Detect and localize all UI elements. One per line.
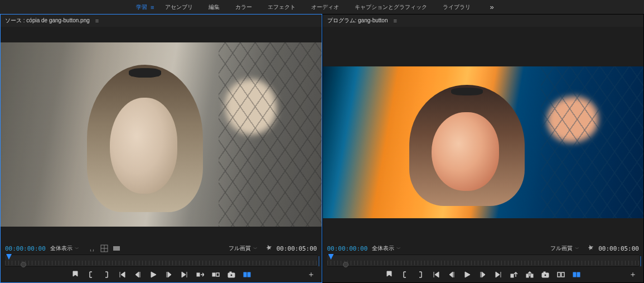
- source-playhead-timecode[interactable]: 00:00:00:00: [5, 245, 46, 252]
- source-video-viewport[interactable]: [1, 27, 322, 242]
- tab-effects[interactable]: エフェクト: [260, 0, 303, 14]
- grid-icon[interactable]: [100, 244, 108, 252]
- mark-in-button[interactable]: [86, 270, 95, 279]
- mark-out-button[interactable]: [416, 270, 425, 279]
- program-playhead[interactable]: [328, 254, 334, 260]
- svg-rect-4: [197, 273, 200, 276]
- step-back-button[interactable]: [133, 270, 142, 279]
- source-zoom-dropdown[interactable]: 全体表示 ﹀: [50, 244, 79, 252]
- tab-editing[interactable]: 編集: [201, 0, 227, 14]
- export-frame-button[interactable]: [541, 270, 550, 279]
- button-editor-add[interactable]: ＋: [307, 270, 315, 280]
- step-back-button[interactable]: [447, 270, 456, 279]
- program-video-frame: [323, 66, 644, 218]
- svg-rect-11: [248, 272, 250, 277]
- program-panel-header[interactable]: プログラム: gang-button ≡: [323, 15, 644, 27]
- add-marker-button[interactable]: [71, 270, 80, 279]
- settings-wrench-icon[interactable]: [265, 244, 272, 252]
- step-forward-button[interactable]: [164, 270, 173, 279]
- button-editor-add[interactable]: ＋: [629, 270, 637, 280]
- svg-rect-10: [244, 272, 246, 277]
- svg-rect-9: [230, 272, 231, 273]
- svg-rect-18: [558, 272, 560, 277]
- source-info-row: 00:00:00:00 全体表示 ﹀ ⸤⸥ フル画質 ﹀ 00:00:05:00: [1, 242, 322, 255]
- insert-button[interactable]: [196, 270, 205, 279]
- filmstrip-icon[interactable]: [113, 244, 120, 252]
- source-panel-title: ソース : cópia de gang-button.png: [5, 17, 90, 25]
- source-panel-header[interactable]: ソース : cópia de gang-button.png ≡: [1, 15, 322, 27]
- source-out-marker[interactable]: [318, 256, 319, 266]
- comparison-view-button[interactable]: [243, 270, 251, 279]
- svg-rect-19: [561, 272, 564, 277]
- source-video-frame: [1, 42, 322, 227]
- go-to-out-button[interactable]: [180, 270, 189, 279]
- source-duration-timecode[interactable]: 00:00:05:00: [277, 245, 317, 252]
- mark-in-button[interactable]: [400, 270, 409, 279]
- svg-rect-17: [544, 272, 545, 273]
- extract-button[interactable]: [525, 270, 534, 279]
- panel-menu-icon[interactable]: ≡: [95, 17, 99, 24]
- bracket-icon[interactable]: ⸤⸥: [88, 244, 96, 252]
- svg-rect-3: [113, 246, 120, 251]
- tab-menu-icon[interactable]: ≡: [151, 4, 154, 11]
- program-duration-timecode[interactable]: 00:00:05:00: [598, 245, 639, 252]
- step-forward-button[interactable]: [478, 270, 487, 279]
- tab-libraries[interactable]: ライブラリ: [435, 0, 478, 14]
- program-playhead-timecode[interactable]: 00:00:00:00: [327, 245, 368, 252]
- source-playhead[interactable]: [6, 254, 12, 260]
- lift-button[interactable]: [510, 270, 519, 279]
- comparison-view-button[interactable]: [556, 270, 565, 279]
- settings-wrench-icon[interactable]: [587, 244, 594, 252]
- svg-rect-5: [212, 273, 215, 276]
- mark-out-button[interactable]: [102, 270, 111, 279]
- svg-point-8: [230, 274, 233, 276]
- program-monitor-panel: プログラム: gang-button ≡ 00:00:00:00 全体表示 ﹀ …: [322, 14, 645, 283]
- overflow-chevrons-icon[interactable]: »: [490, 3, 493, 11]
- tab-audio[interactable]: オーディオ: [303, 0, 347, 14]
- source-monitor-panel: ソース : cópia de gang-button.png ≡ 00:00:0…: [0, 14, 322, 283]
- overwrite-button[interactable]: [211, 270, 220, 279]
- svg-point-16: [544, 274, 546, 276]
- program-time-ruler[interactable]: [327, 255, 640, 267]
- tab-assembly[interactable]: アセンブリ: [157, 0, 201, 14]
- source-transport-controls: ＋: [1, 267, 322, 282]
- program-transport-controls: ＋: [323, 267, 644, 282]
- program-quality-dropdown[interactable]: フル画質 ﹀: [550, 244, 579, 252]
- play-button[interactable]: [463, 270, 472, 279]
- export-frame-button[interactable]: [227, 270, 236, 279]
- svg-rect-6: [216, 273, 219, 276]
- program-info-row: 00:00:00:00 全体表示 ﹀ フル画質 ﹀ 00:00:05:00: [323, 242, 644, 255]
- svg-rect-12: [511, 274, 514, 277]
- go-to-out-button[interactable]: [494, 270, 503, 279]
- add-marker-button[interactable]: [385, 270, 394, 279]
- go-to-in-button[interactable]: [118, 270, 127, 279]
- panel-menu-icon[interactable]: ≡: [393, 17, 396, 24]
- source-quality-dropdown[interactable]: フル画質 ﹀: [229, 244, 258, 252]
- svg-rect-14: [531, 274, 533, 277]
- program-out-marker[interactable]: [640, 256, 641, 266]
- svg-rect-20: [573, 272, 576, 277]
- program-zoom-dropdown[interactable]: 全体表示 ﹀: [372, 244, 401, 252]
- program-panel-title: プログラム: gang-button: [327, 17, 388, 25]
- program-video-viewport[interactable]: [323, 27, 644, 242]
- workspace-tabs: 学習 ≡ アセンブリ 編集 カラー エフェクト オーディオ キャプションとグラフ…: [0, 0, 644, 14]
- toggle-proxies-button[interactable]: [572, 270, 581, 279]
- svg-rect-21: [577, 272, 580, 277]
- go-to-in-button[interactable]: [432, 270, 440, 279]
- tab-captions[interactable]: キャプションとグラフィック: [347, 0, 435, 14]
- tab-color[interactable]: カラー: [227, 0, 260, 14]
- source-time-ruler[interactable]: [5, 255, 317, 267]
- svg-rect-13: [526, 274, 529, 277]
- play-button[interactable]: [149, 270, 158, 279]
